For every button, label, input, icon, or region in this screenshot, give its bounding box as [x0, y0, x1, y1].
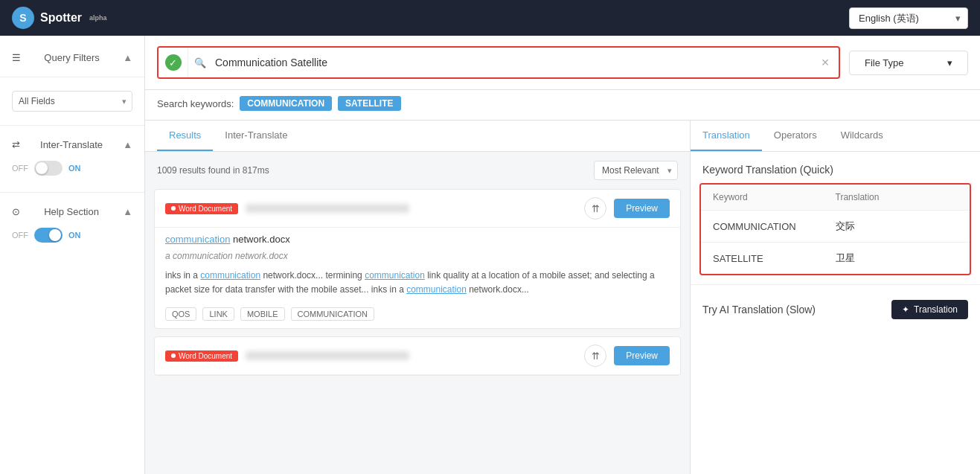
inter-translate-toggle-row: OFF ON — [12, 158, 132, 179]
results-tabs-bar: Results Inter-Translate — [145, 121, 690, 152]
sidebar-icon-filter: ☰ — [12, 52, 21, 63]
result-card-1: Word Document ⇈ Preview communication ne… — [154, 189, 681, 329]
query-filters-label: Query Filters — [44, 52, 99, 63]
help-section-toggle[interactable] — [34, 228, 63, 243]
translation-table: Keyword Translation COMMUNICATION 交际 SAT… — [699, 183, 971, 275]
toggle2-off-label: OFF — [12, 231, 28, 240]
results-panel: Results Inter-Translate 1009 results fou… — [145, 121, 690, 474]
ai-btn-label: Translation — [914, 304, 958, 315]
col-keyword: Keyword — [713, 192, 836, 202]
doc-type-badge-2: Word Document — [165, 350, 238, 362]
card-1-text: inks in a communication network.docx... … — [155, 264, 680, 301]
sidebar: ☰ Query Filters ▲ All Fields ⇄ Inter-Tra… — [0, 36, 145, 474]
keywords-label: Search keywords: — [157, 98, 234, 109]
share-button-2[interactable]: ⇈ — [584, 345, 606, 367]
right-panel: Translation Operators Wildcards Keyword … — [690, 121, 980, 474]
trans-keyword-satellite: SATELLITE — [713, 253, 836, 264]
keyword-tag-satellite[interactable]: SATELLITE — [338, 96, 400, 111]
all-fields-select[interactable]: All Fields — [12, 91, 132, 112]
file-type-button[interactable]: File Type ▾ — [849, 51, 968, 75]
tab-inter-translate[interactable]: Inter-Translate — [213, 121, 299, 151]
logo-text: Spotter — [40, 11, 82, 25]
sparkle-icon: ✦ — [902, 304, 909, 315]
content-area: ✓ 🔍 × File Type ▾ Search keywords: COMMU… — [145, 36, 980, 474]
file-type-chevron-icon: ▾ — [947, 57, 952, 68]
card-1-header: Word Document ⇈ Preview — [155, 190, 680, 228]
result-card-2: Word Document ⇈ Preview — [154, 336, 681, 376]
trans-row-satellite: SATELLITE 卫星 — [701, 243, 970, 274]
search-icon: 🔍 — [188, 57, 206, 68]
tag-qos[interactable]: QOS — [165, 307, 196, 321]
tab-results[interactable]: Results — [157, 121, 213, 151]
search-row: ✓ 🔍 × File Type ▾ — [145, 36, 980, 90]
doc-type-label-2: Word Document — [179, 352, 232, 360]
chevron-up-icon: ▲ — [123, 52, 132, 63]
toggle1-off-label: OFF — [12, 164, 28, 173]
right-tab-wildcards[interactable]: Wildcards — [829, 121, 895, 151]
ai-translation-button[interactable]: ✦ Translation — [891, 300, 968, 319]
language-select[interactable]: English (英语) — [849, 7, 968, 29]
search-check: ✓ — [158, 48, 188, 77]
check-icon: ✓ — [165, 54, 182, 71]
trans-keyword-communication: COMMUNICATION — [713, 221, 836, 232]
trans-value-satellite: 卫星 — [836, 252, 958, 265]
search-clear-button[interactable]: × — [812, 49, 839, 76]
language-selector-wrapper[interactable]: English (英语) — [849, 7, 968, 29]
trans-value-communication: 交际 — [836, 220, 958, 233]
preview-button-2[interactable]: Preview — [614, 346, 670, 365]
doc-badge-dot — [171, 206, 176, 211]
tag-link[interactable]: LINK — [202, 307, 234, 321]
logo-alpha: alpha — [89, 14, 107, 22]
all-fields-wrapper[interactable]: All Fields — [12, 91, 132, 112]
share-button[interactable]: ⇈ — [584, 197, 606, 220]
help-section-header[interactable]: ⊙ Help Section ▲ — [12, 206, 132, 217]
highlight-communication-1: communication — [200, 270, 260, 281]
card-2-header: Word Document ⇈ Preview — [155, 337, 680, 375]
toggle1-on-label: ON — [68, 164, 81, 173]
right-tab-operators[interactable]: Operators — [762, 121, 829, 151]
card-1-title-suffix: network.docx — [230, 234, 289, 245]
logo: S Spotteralpha — [12, 7, 107, 29]
all-fields-section: All Fields — [0, 83, 144, 119]
inter-translate-header[interactable]: ⇄ Inter-Translate ▲ — [12, 139, 132, 150]
file-name-blurred — [246, 204, 409, 213]
keywords-row: Search keywords: COMMUNICATION SATELLITE — [145, 90, 980, 121]
tag-communication[interactable]: COMMUNICATION — [291, 307, 375, 321]
ai-translation-label: Try AI Translation (Slow) — [702, 304, 816, 316]
query-filters-section: ☰ Query Filters ▲ — [0, 45, 144, 71]
inter-translate-section: ⇄ Inter-Translate ▲ OFF ON — [0, 132, 144, 186]
card-2-header-left: Word Document — [165, 350, 409, 362]
doc-type-badge: Word Document — [165, 203, 238, 214]
sidebar-icon-help: ⊙ — [12, 206, 20, 217]
preview-button[interactable]: Preview — [614, 199, 670, 218]
inter-translate-toggle[interactable] — [34, 161, 63, 176]
main-layout: ☰ Query Filters ▲ All Fields ⇄ Inter-Tra… — [0, 36, 980, 474]
col-translation: Translation — [836, 192, 958, 202]
search-input[interactable] — [206, 51, 812, 74]
sidebar-icon-translate: ⇄ — [12, 139, 20, 150]
tag-mobile[interactable]: MOBILE — [240, 307, 285, 321]
trans-row-communication: COMMUNICATION 交际 — [701, 211, 970, 243]
card-1-snippet: a communication network.docx — [155, 248, 680, 264]
toggle2-on-label: ON — [68, 231, 81, 240]
card-1-actions: ⇈ Preview — [584, 197, 670, 220]
chevron-up-icon-3: ▲ — [123, 206, 132, 217]
inter-translate-label: Inter-Translate — [40, 139, 103, 150]
file-name-blurred-2 — [246, 351, 409, 360]
sort-wrapper[interactable]: Most Relevant Newest Oldest — [594, 161, 678, 180]
help-section-section: ⊙ Help Section ▲ OFF ON — [0, 199, 144, 253]
query-filters-header[interactable]: ☰ Query Filters ▲ — [12, 52, 132, 63]
translation-section-title: Keyword Translation (Quick) — [691, 152, 980, 183]
sort-select[interactable]: Most Relevant Newest Oldest — [594, 161, 678, 180]
right-tab-translation[interactable]: Translation — [691, 121, 762, 151]
doc-type-label: Word Document — [179, 205, 232, 213]
toggle2-knob — [49, 229, 61, 241]
help-section-toggle-row: OFF ON — [12, 225, 132, 246]
card-1-title: communication network.docx — [155, 228, 680, 248]
chevron-up-icon-2: ▲ — [123, 139, 132, 150]
logo-icon: S — [12, 7, 34, 29]
card-1-tags: QOS LINK MOBILE COMMUNICATION — [155, 301, 680, 328]
keyword-tag-communication[interactable]: COMMUNICATION — [240, 96, 332, 111]
search-box: ✓ 🔍 × — [157, 46, 840, 79]
doc-badge-dot-2 — [171, 353, 176, 358]
